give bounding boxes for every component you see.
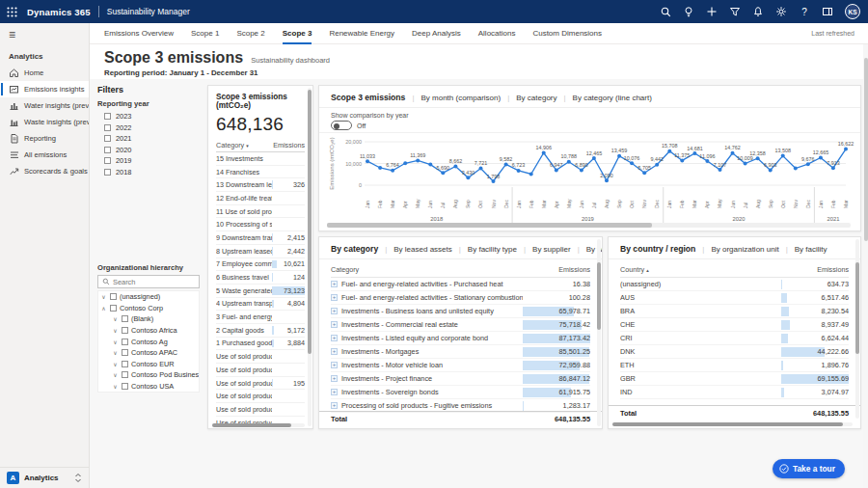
table-row[interactable]: 7 Employee commu...10,621 (216, 258, 305, 272)
chart-horizontal-scrollbar[interactable] (327, 223, 851, 228)
take-a-tour-button[interactable]: Take a tour (773, 459, 845, 478)
checkbox[interactable] (110, 293, 117, 300)
expand-icon[interactable]: + (331, 281, 338, 287)
checkbox[interactable] (104, 124, 111, 131)
checkbox[interactable] (122, 315, 128, 322)
checkbox[interactable] (122, 371, 128, 378)
table-row[interactable]: 13 Downstream lea...326 (216, 178, 305, 192)
chevron-down-icon[interactable]: ∨ (112, 339, 119, 345)
table-row[interactable]: DNK44,222.66 (620, 345, 849, 359)
table-row[interactable]: Use of sold product...195 (216, 377, 305, 391)
table-row[interactable]: +Investments - Commercial real estate75,… (331, 318, 590, 332)
tab-custom-dimensions[interactable]: Custom Dimensions (532, 23, 602, 44)
bell-icon[interactable] (748, 2, 768, 21)
table-row[interactable]: ETH1,896.76 (620, 359, 849, 372)
org-search-input[interactable] (113, 278, 180, 286)
year-filter-2021[interactable]: 2021 (97, 133, 200, 145)
waffle-menu-icon[interactable] (0, 0, 23, 23)
table-row[interactable]: 12 End-of-life treat... (216, 192, 305, 205)
country-tab-by-country-region[interactable]: By country / region (620, 244, 695, 254)
tree-node-contoso-pod-business[interactable]: ∨Contoso Pod Business (98, 369, 199, 381)
tree-node-unassigned[interactable]: ∨(unassigned) (98, 291, 199, 303)
table-row[interactable]: IND3,074.97 (620, 386, 849, 399)
chevron-down-icon[interactable]: ∨ (112, 371, 119, 378)
chart-tab-by-category-line-chart[interactable]: By category (line chart) (573, 94, 652, 102)
year-filter-2023[interactable]: 2023 (97, 111, 200, 122)
app-name[interactable]: Sustainability Manager (107, 7, 190, 16)
table-row[interactable]: 11 Use of sold prod... (216, 205, 305, 219)
table-row[interactable]: +Investments - Business loans and unlist… (331, 305, 590, 318)
sidebar-item-water-insights-previ[interactable]: Water insights (previ... (0, 97, 89, 114)
table-row[interactable]: +Fuel- and energy-related activities - S… (331, 291, 590, 305)
table-row[interactable]: 14 Franchises (216, 166, 305, 179)
tab-allocations[interactable]: Allocations (478, 23, 516, 44)
category-tab-by-leased-assets[interactable]: By leased assets (393, 245, 451, 254)
checkbox[interactable] (104, 135, 111, 142)
category-tab-by-facility-type[interactable]: By facility type (468, 245, 517, 254)
table-row[interactable]: 1 Purchased goods ...3,884 (216, 338, 305, 351)
table-row[interactable]: Use of sold product... (216, 364, 305, 377)
chevron-up-icon[interactable]: ∧ (100, 305, 107, 312)
checkbox[interactable] (104, 169, 111, 176)
org-search-box[interactable] (97, 275, 200, 288)
table-row[interactable]: +Fuel- and energy-related activities - P… (331, 278, 590, 291)
filter-icon[interactable] (725, 2, 745, 21)
tree-node-contoso-usa[interactable]: ∨Contoso USA (98, 381, 199, 393)
summary-horizontal-scrollbar[interactable] (212, 423, 305, 427)
table-row[interactable]: CHE8,937.49 (620, 318, 849, 332)
lightbulb-icon[interactable] (679, 2, 698, 21)
table-row[interactable]: 6 Business travel124 (216, 271, 305, 285)
tree-node-contoso-corp[interactable]: ∧Contoso Corp (98, 303, 199, 314)
table-row[interactable]: 3 Fuel- and energy-... (216, 311, 305, 324)
table-row[interactable]: 15 Investments (216, 152, 305, 166)
tree-node-contoso-eur[interactable]: ∨Contoso EUR (98, 359, 199, 370)
year-filter-2022[interactable]: 2022 (97, 122, 200, 134)
table-row[interactable]: +Investments - Project finance86,847.12 (331, 372, 590, 386)
tree-node-blank[interactable]: ∨(Blank) (98, 313, 199, 325)
chevron-down-icon[interactable]: ∨ (112, 383, 119, 390)
table-row[interactable]: Use of sold product... (216, 403, 305, 417)
search-icon[interactable] (656, 2, 675, 21)
expand-icon[interactable]: + (331, 335, 338, 341)
page-vertical-scrollbar[interactable] (863, 44, 868, 488)
tab-scope-3[interactable]: Scope 3 (283, 23, 312, 44)
checkbox[interactable] (122, 383, 128, 390)
add-icon[interactable] (702, 2, 721, 21)
country-tab-by-organization-unit[interactable]: By organization unit (711, 245, 778, 254)
chevron-down-icon[interactable]: ∨ (112, 349, 119, 356)
checkbox[interactable] (104, 147, 111, 153)
category-tab-by-supplier[interactable]: By supplier (532, 245, 571, 254)
sidebar-item-reporting[interactable]: Reporting (0, 130, 89, 147)
category-vertical-scrollbar[interactable] (597, 239, 601, 426)
table-row[interactable]: +Investments - Sovereign bonds61,915.75 (331, 386, 590, 399)
expand-icon[interactable]: + (331, 321, 338, 328)
year-filter-2020[interactable]: 2020 (97, 145, 200, 156)
chart-tab-by-category[interactable]: By category (516, 94, 556, 102)
checkbox[interactable] (122, 339, 128, 345)
area-switcher[interactable]: A Analytics (0, 467, 89, 488)
table-row[interactable]: 5 Waste generated i...73,123 (216, 285, 305, 298)
tab-emissions-overview[interactable]: Emissions Overview (104, 23, 174, 44)
sidebar-item-all-emissions[interactable]: All emissions (0, 147, 89, 163)
checkbox[interactable] (104, 113, 111, 120)
expand-icon[interactable]: + (331, 362, 338, 368)
table-row[interactable]: BRA8,230.54 (620, 305, 849, 318)
country-vertical-scrollbar[interactable] (855, 239, 859, 419)
help-icon[interactable]: ? (795, 2, 814, 21)
checkbox[interactable] (122, 349, 128, 356)
sidebar-item-home[interactable]: Home (0, 65, 89, 81)
tab-scope-1[interactable]: Scope 1 (191, 23, 219, 44)
table-row[interactable]: CRI6,624.44 (620, 332, 849, 345)
tree-node-contoso-ag[interactable]: ∨Contoso Ag (98, 336, 199, 347)
expand-icon[interactable]: + (331, 375, 338, 382)
sidebar-item-waste-insights-previ[interactable]: Waste insights (previ... (0, 114, 89, 130)
checkbox[interactable] (122, 327, 128, 334)
table-row[interactable]: 2 Capital goods5,172 (216, 324, 305, 338)
feedback-icon[interactable] (818, 2, 837, 21)
checkbox[interactable] (122, 361, 128, 367)
table-row[interactable]: (unassigned)634.73 (620, 278, 849, 291)
checkbox[interactable] (110, 305, 117, 312)
table-row[interactable]: +Investments - Motor vehicle loan72,959.… (331, 359, 590, 372)
settings-icon[interactable] (772, 2, 791, 21)
category-table-header[interactable]: Category Emissions (331, 261, 590, 278)
